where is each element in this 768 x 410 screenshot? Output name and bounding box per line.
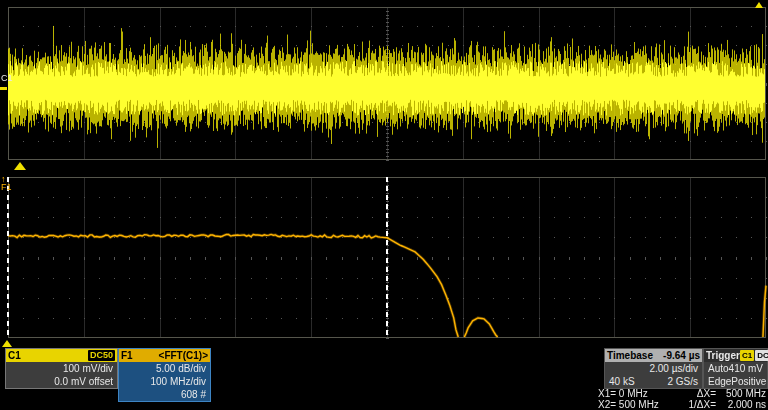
trigger-source-badge: C1 xyxy=(740,350,754,361)
trigger-box[interactable]: Trigger C1 DC Auto 410 mV Edge Positive xyxy=(703,348,768,389)
f1-mhz-per-div: 100 MHz/div xyxy=(119,375,210,388)
f1-trace-label: F1 xyxy=(1,183,12,192)
timebase-samples: 40 kS xyxy=(609,375,635,388)
trigger-level-offscale-marker[interactable] xyxy=(755,2,763,8)
trigger-type: Edge xyxy=(708,375,731,388)
f1-function-name: <FFT(C1)> xyxy=(159,350,208,361)
f1-descriptor-title: F1 xyxy=(121,350,133,361)
c1-coupling-badge: DC50 xyxy=(88,350,115,361)
timebase-delay: -9.64 µs xyxy=(663,350,700,361)
cursor-dx-value: 500 MHz xyxy=(716,389,766,399)
cursor-x1-value: X1= 0 MHz xyxy=(598,389,680,399)
timebase-box[interactable]: Timebase -9.64 µs 2.00 µs/div 40 kS 2 GS… xyxy=(604,348,703,389)
c1-zero-level-marker[interactable] xyxy=(0,87,7,90)
trigger-slope: Positive xyxy=(731,375,766,388)
c1-volts-per-div: 100 mV/div xyxy=(6,362,117,375)
cursor-dx-label: ΔX= xyxy=(680,389,716,399)
f1-descriptor-box[interactable]: F1 <FFT(C1)> 5.00 dB/div 100 MHz/div 608… xyxy=(118,348,211,402)
cursor-readout: X1= 0 MHz ΔX= 500 MHz X2= 500 MHz 1/ΔX= … xyxy=(598,389,766,410)
f1-trace-indicator[interactable]: ↑ F1 xyxy=(1,175,12,192)
trigger-title: Trigger xyxy=(706,350,740,361)
oscilloscope-screen: { "colors": { "background": "#000000", "… xyxy=(0,0,768,410)
cursor-x1-line[interactable] xyxy=(7,177,9,338)
timebase-sample-rate: 2 GS/s xyxy=(667,375,698,388)
c1-descriptor-title: C1 xyxy=(8,350,21,361)
f1-sweep-count: 608 # xyxy=(119,388,210,401)
f1-db-per-div: 5.00 dB/div xyxy=(119,362,210,375)
cursor-x1-handle[interactable] xyxy=(2,340,12,347)
trigger-position-marker[interactable] xyxy=(14,162,26,170)
c1-descriptor-box[interactable]: C1 DC50 100 mV/div 0.0 mV offset xyxy=(5,348,118,389)
timebase-title: Timebase xyxy=(607,350,653,361)
cursor-x2-line[interactable] xyxy=(386,177,388,338)
trigger-mode: Auto xyxy=(708,362,729,375)
trigger-level: 410 mV xyxy=(729,362,763,375)
c1-offset: 0.0 mV offset xyxy=(6,375,117,388)
trigger-coupling-badge: DC xyxy=(755,350,768,361)
cursor-invdx-label: 1/ΔX= xyxy=(680,400,716,410)
timebase-time-per-div: 2.00 µs/div xyxy=(605,362,702,375)
c1-channel-label: C1 xyxy=(1,74,13,83)
cursor-invdx-value: 2.000 ns xyxy=(716,400,766,410)
cursor-x2-value: X2= 500 MHz xyxy=(598,400,680,410)
